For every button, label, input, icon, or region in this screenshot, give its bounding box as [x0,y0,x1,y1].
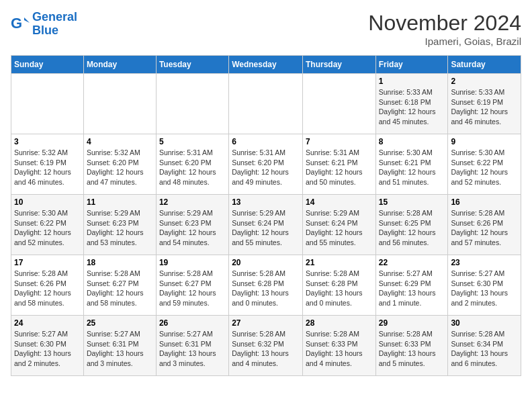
day-number: 12 [159,197,226,207]
day-cell: 15Sunrise: 5:28 AM Sunset: 6:25 PM Dayli… [375,195,448,255]
day-info: Sunrise: 5:28 AM Sunset: 6:32 PM Dayligh… [232,329,300,369]
day-cell: 10Sunrise: 5:30 AM Sunset: 6:22 PM Dayli… [11,195,84,255]
day-cell: 17Sunrise: 5:28 AM Sunset: 6:26 PM Dayli… [11,255,84,316]
day-cell: 7Sunrise: 5:31 AM Sunset: 6:21 PM Daylig… [302,134,375,195]
day-cell: 3Sunrise: 5:32 AM Sunset: 6:19 PM Daylig… [11,134,84,195]
day-info: Sunrise: 5:31 AM Sunset: 6:21 PM Dayligh… [306,148,373,187]
day-cell: 22Sunrise: 5:27 AM Sunset: 6:29 PM Dayli… [375,255,448,316]
day-cell: 2Sunrise: 5:33 AM Sunset: 6:19 PM Daylig… [448,74,521,134]
week-row-5: 24Sunrise: 5:27 AM Sunset: 6:30 PM Dayli… [11,316,521,376]
day-info: Sunrise: 5:30 AM Sunset: 6:21 PM Dayligh… [379,148,445,187]
week-row-1: 1Sunrise: 5:33 AM Sunset: 6:18 PM Daylig… [11,74,521,134]
day-info: Sunrise: 5:27 AM Sunset: 6:30 PM Dayligh… [14,329,81,369]
calendar-body: 1Sunrise: 5:33 AM Sunset: 6:18 PM Daylig… [11,74,521,376]
day-cell: 28Sunrise: 5:28 AM Sunset: 6:33 PM Dayli… [302,316,375,376]
day-info: Sunrise: 5:28 AM Sunset: 6:33 PM Dayligh… [306,329,373,369]
col-header-wednesday: Wednesday [229,56,303,74]
day-number: 23 [451,258,518,267]
location: Ipameri, Goias, Brazil [368,36,521,47]
day-cell: 13Sunrise: 5:29 AM Sunset: 6:24 PM Dayli… [229,195,303,255]
day-info: Sunrise: 5:27 AM Sunset: 6:29 PM Dayligh… [379,269,445,308]
day-number: 30 [451,318,518,328]
logo-line2: Blue [32,24,58,37]
day-cell: 21Sunrise: 5:28 AM Sunset: 6:28 PM Dayli… [302,255,375,316]
day-info: Sunrise: 5:28 AM Sunset: 6:28 PM Dayligh… [306,269,373,308]
day-info: Sunrise: 5:29 AM Sunset: 6:24 PM Dayligh… [232,208,300,248]
day-number: 3 [14,137,81,146]
logo-line1: General [32,10,77,24]
day-cell [156,74,228,134]
day-info: Sunrise: 5:27 AM Sunset: 6:31 PM Dayligh… [87,329,153,369]
day-info: Sunrise: 5:30 AM Sunset: 6:22 PM Dayligh… [14,208,81,248]
day-number: 5 [159,137,226,146]
day-cell: 8Sunrise: 5:30 AM Sunset: 6:21 PM Daylig… [375,134,448,195]
day-cell: 16Sunrise: 5:28 AM Sunset: 6:26 PM Dayli… [448,195,521,255]
day-number: 11 [87,197,153,207]
day-number: 6 [232,137,300,146]
day-info: Sunrise: 5:27 AM Sunset: 6:31 PM Dayligh… [159,329,226,369]
day-info: Sunrise: 5:31 AM Sunset: 6:20 PM Dayligh… [159,148,226,187]
day-cell: 20Sunrise: 5:28 AM Sunset: 6:28 PM Dayli… [229,255,303,316]
day-info: Sunrise: 5:28 AM Sunset: 6:27 PM Dayligh… [87,269,153,308]
week-row-4: 17Sunrise: 5:28 AM Sunset: 6:26 PM Dayli… [11,255,521,316]
day-info: Sunrise: 5:33 AM Sunset: 6:18 PM Dayligh… [379,87,445,127]
day-info: Sunrise: 5:28 AM Sunset: 6:33 PM Dayligh… [379,329,445,369]
page-header: G General Blue November 2024 Ipameri, Go… [11,11,521,47]
day-info: Sunrise: 5:28 AM Sunset: 6:25 PM Dayligh… [379,208,445,248]
day-cell: 1Sunrise: 5:33 AM Sunset: 6:18 PM Daylig… [375,74,448,134]
day-cell: 4Sunrise: 5:32 AM Sunset: 6:20 PM Daylig… [83,134,156,195]
day-info: Sunrise: 5:28 AM Sunset: 6:26 PM Dayligh… [14,269,81,308]
day-info: Sunrise: 5:28 AM Sunset: 6:34 PM Dayligh… [451,329,518,369]
day-number: 17 [14,258,81,267]
col-header-sunday: Sunday [11,56,84,74]
day-info: Sunrise: 5:28 AM Sunset: 6:27 PM Dayligh… [159,269,226,308]
calendar-header-row: SundayMondayTuesdayWednesdayThursdayFrid… [11,56,521,74]
day-number: 1 [379,77,445,86]
day-cell [11,74,84,134]
day-number: 26 [159,318,226,328]
day-info: Sunrise: 5:32 AM Sunset: 6:20 PM Dayligh… [87,148,153,187]
day-number: 4 [87,137,153,146]
day-cell: 14Sunrise: 5:29 AM Sunset: 6:24 PM Dayli… [302,195,375,255]
day-number: 27 [232,318,300,328]
day-info: Sunrise: 5:29 AM Sunset: 6:24 PM Dayligh… [306,208,373,248]
title-block: November 2024 Ipameri, Goias, Brazil [368,11,521,47]
logo-icon: G [11,15,30,34]
day-number: 19 [159,258,226,267]
day-cell: 18Sunrise: 5:28 AM Sunset: 6:27 PM Dayli… [83,255,156,316]
day-info: Sunrise: 5:32 AM Sunset: 6:19 PM Dayligh… [14,148,81,187]
col-header-monday: Monday [83,56,156,74]
day-cell: 24Sunrise: 5:27 AM Sunset: 6:30 PM Dayli… [11,316,84,376]
day-number: 8 [379,137,445,146]
day-cell: 19Sunrise: 5:28 AM Sunset: 6:27 PM Dayli… [156,255,228,316]
day-info: Sunrise: 5:28 AM Sunset: 6:28 PM Dayligh… [232,269,300,308]
col-header-thursday: Thursday [302,56,375,74]
day-number: 14 [306,197,373,207]
day-cell: 9Sunrise: 5:30 AM Sunset: 6:22 PM Daylig… [448,134,521,195]
logo: G General Blue [11,11,77,38]
week-row-3: 10Sunrise: 5:30 AM Sunset: 6:22 PM Dayli… [11,195,521,255]
day-info: Sunrise: 5:28 AM Sunset: 6:26 PM Dayligh… [451,208,518,248]
svg-marker-1 [24,17,30,23]
day-number: 25 [87,318,153,328]
day-info: Sunrise: 5:30 AM Sunset: 6:22 PM Dayligh… [451,148,518,187]
day-number: 9 [451,137,518,146]
day-cell [302,74,375,134]
day-cell: 5Sunrise: 5:31 AM Sunset: 6:20 PM Daylig… [156,134,228,195]
day-number: 28 [306,318,373,328]
day-cell: 27Sunrise: 5:28 AM Sunset: 6:32 PM Dayli… [229,316,303,376]
calendar-table: SundayMondayTuesdayWednesdayThursdayFrid… [11,55,521,376]
day-number: 16 [451,197,518,207]
svg-text:G: G [11,15,22,32]
day-number: 29 [379,318,445,328]
month-title: November 2024 [368,11,521,36]
day-number: 10 [14,197,81,207]
day-cell: 29Sunrise: 5:28 AM Sunset: 6:33 PM Dayli… [375,316,448,376]
day-info: Sunrise: 5:31 AM Sunset: 6:20 PM Dayligh… [232,148,300,187]
day-info: Sunrise: 5:27 AM Sunset: 6:30 PM Dayligh… [451,269,518,308]
day-cell: 11Sunrise: 5:29 AM Sunset: 6:23 PM Dayli… [83,195,156,255]
day-number: 15 [379,197,445,207]
week-row-2: 3Sunrise: 5:32 AM Sunset: 6:19 PM Daylig… [11,134,521,195]
day-number: 7 [306,137,373,146]
day-cell: 6Sunrise: 5:31 AM Sunset: 6:20 PM Daylig… [229,134,303,195]
